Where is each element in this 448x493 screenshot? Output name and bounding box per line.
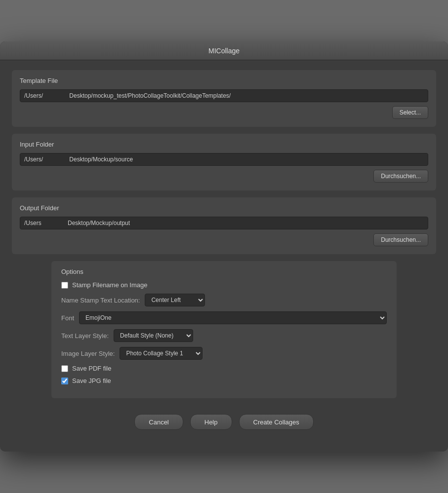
output-folder-section: Output Folder Durchsuchen...: [12, 197, 436, 254]
output-browse-button[interactable]: Durchsuchen...: [373, 233, 428, 246]
stamp-filename-row: Stamp Filename on Image: [61, 281, 387, 289]
font-select[interactable]: EmojiOne: [79, 311, 387, 324]
text-layer-style-label: Text Layer Style:: [61, 332, 109, 340]
image-layer-style-label: Image Layer Style:: [61, 350, 115, 357]
template-file-label: Template File: [20, 77, 428, 84]
options-section: Options Stamp Filename on Image Name Sta…: [51, 261, 397, 398]
output-folder-label: Output Folder: [20, 204, 428, 212]
name-stamp-label: Name Stamp Text Location:: [61, 297, 140, 304]
input-folder-row: [20, 153, 428, 166]
options-label: Options: [61, 268, 387, 275]
help-button[interactable]: Help: [190, 414, 232, 430]
image-layer-style-select[interactable]: Photo Collage Style 1 Photo Collage Styl…: [120, 347, 203, 360]
window-title: MICollage: [208, 47, 240, 55]
cancel-button[interactable]: Cancel: [134, 414, 183, 430]
save-jpg-row: Save JPG file: [61, 377, 387, 384]
input-folder-section: Input Folder Durchsuchen...: [12, 134, 436, 190]
image-layer-style-row: Image Layer Style: Photo Collage Style 1…: [61, 347, 387, 360]
stamp-filename-label[interactable]: Stamp Filename on Image: [72, 281, 147, 289]
template-file-input[interactable]: [20, 89, 428, 102]
save-jpg-checkbox[interactable]: [61, 378, 68, 384]
app-window: MICollage Template File Select... Input …: [0, 41, 448, 452]
input-browse-button[interactable]: Durchsuchen...: [373, 170, 428, 183]
window-body: Template File Select... Input Folder Dur…: [0, 60, 448, 452]
save-pdf-label[interactable]: Save PDF file: [72, 365, 111, 372]
title-bar: MICollage: [0, 41, 448, 60]
output-browse-button-row: Durchsuchen...: [20, 233, 428, 246]
save-pdf-checkbox[interactable]: [61, 365, 68, 372]
input-folder-label: Input Folder: [20, 141, 428, 148]
output-folder-row: [20, 217, 428, 229]
input-browse-button-row: Durchsuchen...: [20, 170, 428, 183]
template-select-button[interactable]: Select...: [392, 106, 428, 119]
save-pdf-row: Save PDF file: [61, 365, 387, 372]
template-select-button-row: Select...: [20, 106, 428, 119]
text-layer-style-select[interactable]: Default Style (None) Style 1 Style 2: [114, 329, 193, 342]
stamp-filename-checkbox[interactable]: [61, 282, 68, 289]
name-stamp-location-select[interactable]: Center Left Top Left Bottom Left Center …: [145, 294, 205, 306]
template-file-row: [20, 89, 428, 102]
bottom-button-bar: Cancel Help Create Collages: [12, 405, 436, 442]
font-row: Font EmojiOne: [61, 311, 387, 324]
input-folder-input[interactable]: [20, 153, 428, 166]
template-file-section: Template File Select...: [12, 70, 436, 127]
font-label: Font: [61, 314, 74, 322]
name-stamp-row: Name Stamp Text Location: Center Left To…: [61, 294, 387, 306]
text-layer-style-row: Text Layer Style: Default Style (None) S…: [61, 329, 387, 342]
save-jpg-label[interactable]: Save JPG file: [72, 377, 111, 384]
output-folder-input[interactable]: [20, 217, 428, 229]
create-collages-button[interactable]: Create Collages: [239, 414, 314, 430]
